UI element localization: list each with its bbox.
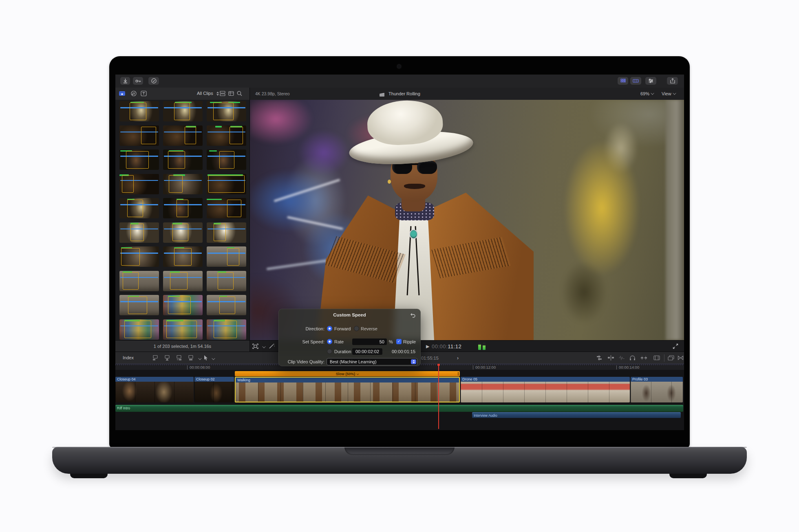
clip-thumbnail[interactable] (119, 319, 159, 340)
clip-thumbnail[interactable] (207, 198, 246, 218)
clip-thumbnail[interactable] (207, 319, 246, 340)
clip-thumbnail[interactable] (207, 174, 246, 194)
clip-thumbnail[interactable] (207, 246, 246, 267)
reverse-radio[interactable] (354, 326, 359, 331)
duration-radio[interactable] (327, 349, 332, 354)
chevron-down-icon[interactable] (198, 356, 201, 360)
trim-tool-icon[interactable] (596, 355, 603, 361)
inspector-button[interactable] (645, 77, 656, 85)
download-icon (123, 79, 128, 84)
share-button[interactable] (667, 77, 678, 85)
audio-clip-interview-audio[interactable]: Interview Audio (472, 412, 681, 418)
connect-edit-icon[interactable] (152, 355, 159, 361)
chevron-down-icon[interactable] (262, 345, 265, 348)
rate-radio[interactable] (327, 339, 332, 344)
forward-label[interactable]: Forward (334, 326, 351, 331)
headphones-icon[interactable] (629, 355, 636, 361)
clip-thumbnail[interactable] (119, 174, 159, 194)
timeline-panel-button[interactable] (630, 77, 641, 85)
audio-ducking-icon[interactable] (640, 355, 647, 361)
clip-thumbnail[interactable] (163, 319, 203, 340)
chevron-down-icon[interactable] (212, 356, 215, 360)
quality-value: Best (Machine Learning) (330, 359, 376, 364)
forward-radio[interactable] (327, 326, 332, 331)
rate-input[interactable]: 50 (352, 339, 387, 345)
selection-range (170, 272, 188, 290)
clip-thumbnail[interactable] (119, 222, 159, 243)
browser-panel-button[interactable] (618, 77, 628, 85)
audio-meter-right[interactable] (483, 343, 486, 350)
clip-thumbnail[interactable] (163, 198, 203, 218)
clip-thumbnail[interactable] (207, 295, 246, 315)
clip-thumbnail[interactable] (163, 125, 203, 146)
zoom-dropdown[interactable]: 69% (640, 91, 654, 96)
pointer-tool-icon[interactable] (203, 355, 208, 361)
crop-tool-button[interactable] (252, 343, 258, 349)
current-timecode[interactable]: 00:00:11:12 (432, 343, 461, 350)
chevron-right-icon[interactable]: › (457, 355, 459, 361)
clip-thumbnail[interactable] (207, 149, 246, 170)
clip-thumbnail[interactable] (163, 271, 203, 291)
viewer-video[interactable] (250, 100, 684, 340)
import-media-button[interactable] (120, 77, 130, 85)
clip-filmstrip (631, 382, 683, 402)
clip-align-icon[interactable] (607, 355, 614, 361)
playhead[interactable] (438, 364, 439, 429)
audio-clip-riff-intro[interactable]: Riff Intro (115, 405, 683, 412)
index-button[interactable]: Index (123, 355, 134, 360)
clip-thumbnail[interactable] (207, 271, 246, 291)
fullscreen-expand-icon[interactable] (673, 343, 678, 349)
timeline-clip-profile-03[interactable]: Profile 03 (631, 377, 683, 402)
insert-edit-icon[interactable] (164, 355, 170, 361)
audio-waveform-icon[interactable] (618, 355, 625, 361)
show-windows-icon[interactable] (668, 355, 674, 361)
selection-status: 1 of 203 selected, 1m 54.16s (154, 344, 211, 349)
audio-meter-left[interactable] (478, 343, 481, 350)
clip-thumbnail[interactable] (207, 222, 246, 243)
overwrite-edit-icon[interactable] (188, 355, 194, 361)
clip-thumbnail[interactable] (119, 246, 159, 267)
used-media-indicator (164, 132, 202, 133)
clip-thumbnail[interactable] (119, 149, 159, 170)
clip-thumbnail[interactable] (119, 101, 159, 121)
clip-thumbnail[interactable] (163, 149, 203, 170)
enhancements-wand-button[interactable] (269, 343, 275, 349)
favorite-range (207, 199, 222, 200)
clip-thumbnail[interactable] (119, 271, 159, 291)
timeline-clip-drone-05[interactable]: Drone 05 (461, 377, 630, 402)
clip-thumbnail[interactable] (163, 174, 203, 194)
filmstrip-icon[interactable] (653, 355, 660, 361)
clip-thumbnail[interactable] (163, 295, 203, 315)
timeline-clip-closeup-02[interactable]: Closeup 02 (194, 377, 234, 402)
clip-thumbnail[interactable] (207, 125, 246, 146)
selection-range (227, 200, 241, 217)
retime-bar[interactable]: Slow (50%) (235, 371, 460, 376)
clip-thumbnail[interactable] (163, 101, 203, 121)
clip-thumbnail[interactable] (163, 222, 203, 243)
reverse-label[interactable]: Reverse (361, 326, 377, 331)
clip-thumbnail[interactable] (119, 125, 159, 146)
ripple-checkbox[interactable]: ✓ (396, 339, 402, 344)
skimming-bowtie-icon[interactable] (678, 355, 684, 361)
clip-thumbnail[interactable] (119, 295, 159, 315)
play-button[interactable]: ▶ (426, 344, 429, 349)
clip-thumbnail[interactable] (207, 101, 246, 121)
duration-input[interactable]: 00:00:02:02 (352, 348, 382, 355)
check-circle-icon (151, 78, 157, 84)
append-edit-icon[interactable] (176, 355, 182, 361)
keywords-button[interactable] (133, 77, 143, 85)
ripple-label[interactable]: Ripple (403, 339, 416, 344)
clip-thumbnail[interactable] (119, 198, 159, 218)
project-title-group: Thunder Rolling (115, 91, 684, 97)
rate-label[interactable]: Rate (334, 339, 344, 344)
clip-thumbnail[interactable] (163, 246, 203, 267)
video-quality-select[interactable]: Best (Machine Learning) (327, 358, 417, 365)
view-dropdown[interactable]: View (662, 91, 676, 96)
timeline-clip-walking[interactable]: Walking (235, 377, 460, 402)
clip-name: Walking (236, 378, 459, 383)
key-icon (135, 79, 141, 83)
reset-undo-icon[interactable] (410, 313, 415, 318)
duration-label[interactable]: Duration (334, 349, 351, 354)
timeline-clip-closeup-04[interactable]: Closeup 04 (115, 377, 194, 402)
background-tasks-button[interactable] (148, 77, 159, 85)
